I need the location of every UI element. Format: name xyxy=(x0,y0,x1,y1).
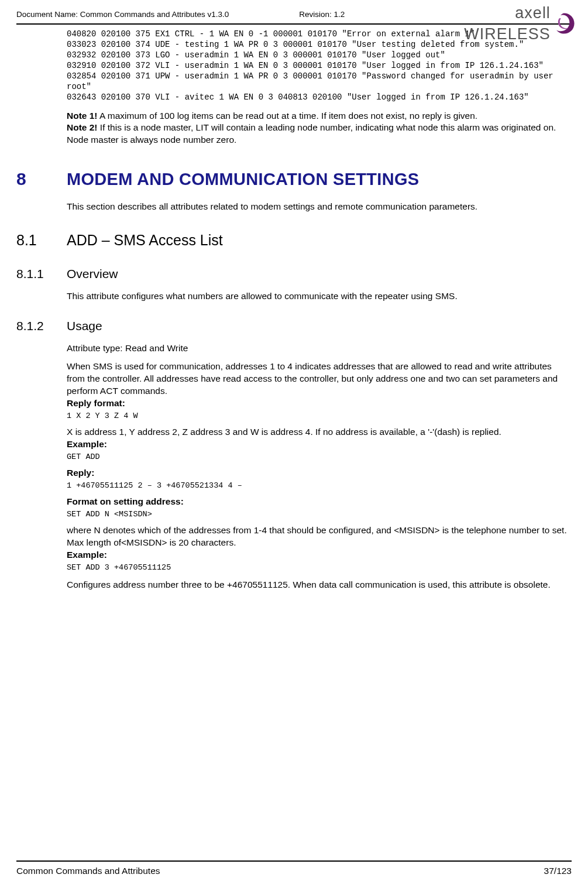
section-8-num: 8 xyxy=(16,167,67,191)
example2-label: Example: xyxy=(67,549,567,561)
reply-format-expl: X is address 1, Y address 2, Z address 3… xyxy=(67,426,567,438)
section-8-1-1-num: 8.1.1 xyxy=(16,266,67,282)
section-8-1-2-heading: 8.1.2 Usage xyxy=(16,318,572,334)
page-header: Document Name: Common Commands and Attri… xyxy=(16,9,572,21)
section-8-heading: 8 MODEM AND COMMUNICATION SETTINGS xyxy=(16,167,572,191)
footer-left: Common Commands and Attributes xyxy=(16,865,160,877)
logo-subtext: WIRELESS xyxy=(464,25,551,43)
example-label: Example: xyxy=(67,438,567,451)
reply-format-code: 1 X 2 Y 3 Z 4 W xyxy=(67,411,567,421)
section-8-1-2-title: Usage xyxy=(67,318,102,334)
section-8-intro-block: This section describes all attributes re… xyxy=(67,201,567,213)
format-set-label: Format on setting address: xyxy=(67,496,567,508)
content-area: 040820 020100 375 EX1 CTRL - 1 WA EN 0 -… xyxy=(67,29,567,146)
note-2-text: If this is a node master, LIT will conta… xyxy=(67,122,556,145)
logo: axell WIRELESS xyxy=(448,2,575,45)
note-1-text: A maximum of 100 log items can be read o… xyxy=(98,111,478,121)
format-set-expl: where N denotes which of the addresses f… xyxy=(67,524,567,549)
page: Document Name: Common Commands and Attri… xyxy=(0,0,588,888)
footer-right: 37/123 xyxy=(544,865,572,877)
section-8-title: MODEM AND COMMUNICATION SETTINGS xyxy=(67,168,419,191)
footer-row: Common Commands and Attributes 37/123 xyxy=(16,865,572,877)
doc-name: Document Name: Common Commands and Attri… xyxy=(16,9,264,20)
logo-swirl-icon xyxy=(553,10,575,37)
footer-rule xyxy=(16,860,572,862)
attr-type: Attribute type: Read and Write xyxy=(67,342,567,355)
section-8-1-num: 8.1 xyxy=(16,231,67,251)
usage-intro: When SMS is used for communication, addr… xyxy=(67,361,567,397)
notes-block: Note 1! A maximum of 100 log items can b… xyxy=(67,110,567,147)
reply-code: 1 +46705511125 2 – 3 +46705521334 4 – xyxy=(67,481,567,491)
reply-label: Reply: xyxy=(67,467,567,479)
overview-text: This attribute configures what numbers a… xyxy=(67,290,567,303)
section-8-1-1-heading: 8.1.1 Overview xyxy=(16,266,572,282)
page-footer: Common Commands and Attributes 37/123 xyxy=(16,860,572,877)
logo-text-wrap: axell WIRELESS xyxy=(448,2,551,45)
note-1: Note 1! A maximum of 100 log items can b… xyxy=(67,110,567,122)
reply-format-label: Reply format: xyxy=(67,397,567,410)
section-8-1-heading: 8.1 ADD – SMS Access List xyxy=(16,231,572,251)
section-8-intro: This section describes all attributes re… xyxy=(67,201,567,213)
format-set-code: SET ADD N <MSISDN> xyxy=(67,509,567,520)
note-2-label: Note 2! xyxy=(67,122,98,132)
example2-code: SET ADD 3 +46705511125 xyxy=(67,563,567,573)
example-code: GET ADD xyxy=(67,452,567,462)
section-8-1-title: ADD – SMS Access List xyxy=(67,231,223,251)
final-para: Configures address number three to be +4… xyxy=(67,579,567,591)
section-8-1-1-title: Overview xyxy=(67,266,118,282)
overview-block: This attribute configures what numbers a… xyxy=(67,290,567,303)
logo-brand: axell xyxy=(515,4,551,22)
note-2: Note 2! If this is a node master, LIT wi… xyxy=(67,122,567,146)
section-8-1-2-num: 8.1.2 xyxy=(16,318,67,334)
revision: Revision: 1.2 xyxy=(264,9,448,20)
note-1-label: Note 1! xyxy=(67,111,98,121)
usage-block: Attribute type: Read and Write When SMS … xyxy=(67,342,567,591)
